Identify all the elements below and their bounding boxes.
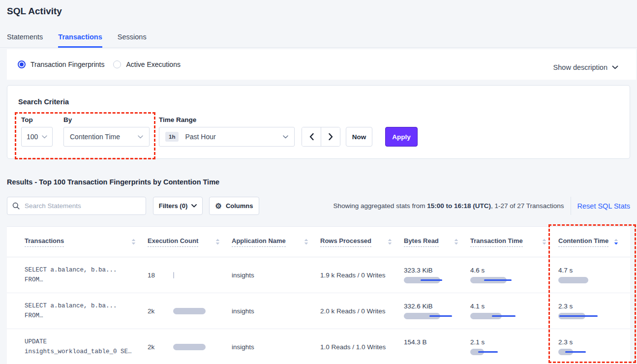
contention-time-cell: 4.7 s	[558, 267, 630, 283]
transaction-time-bar	[470, 349, 558, 355]
time-range-label: Time Range	[159, 116, 196, 123]
execution-count-cell: 2k	[148, 343, 232, 351]
page-title: SQL Activity	[7, 6, 62, 17]
columns-label: Columns	[226, 202, 253, 210]
previous-range-button[interactable]	[302, 127, 321, 146]
time-range-pager	[302, 127, 340, 147]
application-name-cell: insights	[232, 343, 320, 351]
filters-label: Filters (0)	[159, 202, 188, 210]
tab-bar: Statements Transactions Sessions	[0, 27, 637, 48]
sql-activity-page: SQL Activity Statements Transactions Ses…	[0, 0, 637, 364]
column-header-transactions[interactable]: Transactions	[25, 237, 148, 247]
transaction-time-cell: 2.1 s	[470, 338, 558, 355]
radio-label: Transaction Fingerprints	[30, 61, 104, 68]
bytes-read-bar	[404, 313, 470, 319]
radio-label: Active Executions	[126, 61, 181, 68]
sort-desc-icon	[614, 239, 618, 245]
by-label: By	[63, 116, 72, 123]
sort-icon	[131, 239, 136, 245]
execution-count-bar	[173, 308, 232, 314]
transactions-table: Transactions Execution Count Application…	[7, 226, 630, 364]
radio-transaction-fingerprints[interactable]: Transaction Fingerprints	[18, 61, 104, 68]
results-heading: Results - Top 100 Transaction Fingerprin…	[7, 178, 219, 186]
column-header-rows-processed[interactable]: Rows Processed	[320, 237, 404, 247]
tab-transactions[interactable]: Transactions	[58, 33, 102, 47]
reset-sql-stats-link[interactable]: Reset SQL Stats	[577, 202, 630, 210]
top-select-value: 100	[27, 133, 38, 141]
column-header-application-name[interactable]: Application Name	[232, 237, 320, 247]
divider	[571, 197, 571, 215]
search-criteria-panel: Search Criteria Top By Time Range 100 Co…	[7, 85, 630, 159]
column-header-contention-time[interactable]: Contention Time	[558, 237, 630, 247]
transaction-time-bar	[470, 313, 558, 319]
view-toggle-strip: Transaction Fingerprints Active Executio…	[7, 49, 636, 80]
transaction-fingerprint-link[interactable]: SELECT a.balance, b.ba... FROM…	[25, 265, 148, 285]
bytes-read-cell: 154.3 B	[404, 338, 470, 355]
time-range-select[interactable]: 1h Past Hour	[159, 127, 295, 147]
chevron-down-icon	[191, 204, 197, 208]
contention-time-bar	[558, 349, 630, 355]
chevron-down-icon	[283, 135, 288, 139]
contention-time-cell: 2.3 s	[558, 303, 630, 319]
chevron-down-icon	[138, 135, 143, 139]
transaction-time-cell: 4.6 s	[470, 267, 558, 283]
contention-time-bar	[558, 313, 630, 319]
table-row: SELECT a.balance, b.ba... FROM… 2k insig…	[7, 293, 630, 329]
rows-processed-cell: 1.9 k Reads / 0 Writes	[320, 272, 404, 279]
sort-icon	[542, 239, 546, 245]
search-statements-input[interactable]	[24, 202, 141, 210]
tab-sessions[interactable]: Sessions	[118, 33, 147, 47]
radio-unselected-icon	[113, 61, 121, 68]
application-name-cell: insights	[232, 272, 320, 279]
chevron-right-icon	[329, 133, 333, 140]
by-select-value: Contention Time	[70, 133, 120, 141]
table-header-row: Transactions Execution Count Application…	[7, 227, 630, 257]
now-button[interactable]: Now	[346, 127, 372, 147]
sort-icon	[215, 239, 220, 245]
execution-count-bar	[173, 344, 232, 350]
contention-time-bar	[558, 277, 630, 283]
show-description-toggle[interactable]: Show description	[553, 63, 618, 71]
top-select[interactable]: 100	[21, 127, 53, 147]
contention-time-cell: 2.3 s	[558, 338, 630, 355]
top-label: Top	[21, 116, 33, 123]
chevron-down-icon	[42, 135, 47, 139]
by-select[interactable]: Contention Time	[63, 127, 150, 147]
execution-count-bar	[173, 272, 232, 278]
time-range-value: Past Hour	[185, 133, 283, 141]
execution-count-cell: 18	[148, 272, 232, 279]
gear-icon: ⚙	[215, 202, 221, 210]
transaction-time-bar	[470, 277, 558, 283]
filters-button[interactable]: Filters (0)	[153, 197, 203, 215]
bytes-read-cell: 332.6 KiB	[404, 303, 470, 319]
bytes-read-bar	[404, 277, 470, 283]
chevron-down-icon	[612, 65, 618, 69]
bytes-read-cell: 323.3 KiB	[404, 267, 470, 283]
column-header-execution-count[interactable]: Execution Count	[148, 237, 232, 247]
apply-button[interactable]: Apply	[385, 127, 418, 147]
tab-statements[interactable]: Statements	[7, 33, 43, 47]
application-name-cell: insights	[232, 307, 320, 315]
search-icon	[12, 202, 20, 210]
column-header-transaction-time[interactable]: Transaction Time	[470, 237, 558, 247]
rows-processed-cell: 2.0 k Reads / 0 Writes	[320, 307, 404, 315]
sort-icon	[304, 239, 308, 245]
table-row: SELECT a.balance, b.ba... FROM… 18 insig…	[7, 257, 630, 293]
rows-processed-cell: 1.0 Reads / 1.0 Writes	[320, 343, 404, 351]
transaction-time-cell: 4.1 s	[470, 303, 558, 319]
next-range-button[interactable]	[321, 127, 340, 146]
column-header-bytes-read[interactable]: Bytes Read	[404, 237, 470, 247]
radio-selected-icon	[18, 61, 26, 68]
search-criteria-heading: Search Criteria	[18, 98, 69, 106]
transaction-fingerprint-link[interactable]: UPDATE insights_workload_table_0 SE…	[25, 337, 148, 357]
table-row: UPDATE insights_workload_table_0 SE… 2k …	[7, 329, 630, 364]
search-statements-box	[7, 197, 146, 215]
sort-icon	[454, 239, 458, 245]
columns-button[interactable]: ⚙ Columns	[209, 197, 259, 215]
transaction-fingerprint-link[interactable]: SELECT a.balance, b.ba... FROM…	[25, 301, 148, 321]
execution-count-cell: 2k	[148, 307, 232, 315]
stats-area: Showing aggregated stats from 15:00 to 1…	[334, 197, 630, 215]
radio-active-executions[interactable]: Active Executions	[113, 61, 181, 68]
aggregated-stats-text: Showing aggregated stats from 15:00 to 1…	[334, 202, 564, 210]
show-description-label: Show description	[553, 63, 607, 71]
